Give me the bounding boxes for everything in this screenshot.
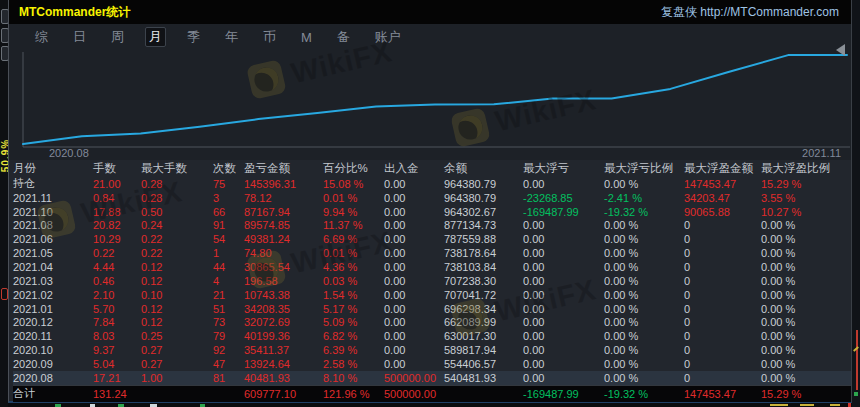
table-cell-max-float-profit-pct: 0.00 % xyxy=(761,275,851,287)
table-cell-max-float-loss-pct: 0.00 % xyxy=(604,358,684,370)
table-cell-max-float-profit: 0 xyxy=(684,261,761,273)
table-cell-month: 2021.05 xyxy=(13,247,93,259)
x-axis-end-label: 2021.11 xyxy=(802,147,841,159)
table-cell-balance: 696298.34 xyxy=(444,303,523,315)
table-row-2020.12[interactable]: 2020.127.840.127332072.695.09 %0.0066208… xyxy=(13,315,851,329)
table-cell-lots: 0.22 xyxy=(93,247,141,259)
table-cell-max-float-loss-pct: 0.00 % xyxy=(604,261,684,273)
column-header-deposit: 出入金 xyxy=(384,161,444,176)
menu-item-zhanghu[interactable]: 账户 xyxy=(371,27,405,47)
table-row-2021.05[interactable]: 2021.050.220.22174.800.01 %0.00738178.64… xyxy=(13,246,851,260)
table-cell-max-lots: 0.28 xyxy=(141,178,213,190)
table-row-2020.11[interactable]: 2020.118.030.257940199.366.82 %0.0063001… xyxy=(13,329,851,343)
menu-item-zhou[interactable]: 周 xyxy=(107,27,128,47)
window-title: MTCommander统计 xyxy=(19,4,130,21)
screen: 50.9% MTCommander统计 复盘侠 http://MTCommand… xyxy=(0,0,860,407)
table-cell-max-float-loss: 0.00 xyxy=(523,247,604,259)
title-bar: MTCommander统计 复盘侠 http://MTCommander.com xyxy=(9,0,851,24)
table-cell-max-float-loss: 0.00 xyxy=(523,344,604,356)
menu-item-bi[interactable]: 币 xyxy=(259,27,280,47)
table-cell-count: 44 xyxy=(213,261,244,273)
table-cell-max-float-profit: 34203.47 xyxy=(684,192,761,204)
table-cell-percent: 6.39 % xyxy=(323,344,384,356)
table-cell-count: 66 xyxy=(213,206,244,218)
table-cell-count: 79 xyxy=(213,330,244,342)
table-cell-deposit: 0.00 xyxy=(384,344,444,356)
table-cell-count: 3 xyxy=(213,192,244,204)
table-row-2021.03[interactable]: 2021.030.460.124196.580.03 %0.00707238.3… xyxy=(13,274,851,288)
table-cell-max-float-loss: 0.00 xyxy=(523,316,604,328)
table-row-2021.04[interactable]: 2021.044.440.124430865.544.36 %0.0073810… xyxy=(13,260,851,274)
chart-scroll-arrow-icon[interactable] xyxy=(836,44,845,56)
table-cell-max-float-loss-pct: 0.00 % xyxy=(604,275,684,287)
table-cell-max-float-profit: 0 xyxy=(684,289,761,301)
table-cell-max-float-loss: -169487.99 xyxy=(523,206,604,218)
table-row-total[interactable]: 合计131.24609777.10121.96 %500000.00-16948… xyxy=(13,385,851,402)
table-cell-max-float-profit-pct: 0.00 % xyxy=(761,289,851,301)
table-cell-max-float-loss-pct: -19.32 % xyxy=(604,388,684,400)
table-cell-max-float-loss-pct: 0.00 % xyxy=(604,289,684,301)
table-cell-max-float-loss: -23268.85 xyxy=(523,192,604,204)
table-cell-pnl: 74.80 xyxy=(244,247,323,259)
table-cell-max-lots: 0.22 xyxy=(141,233,213,245)
table-row-2020.10[interactable]: 2020.109.370.279235411.376.39 %0.0058981… xyxy=(13,343,851,357)
table-cell-lots: 5.04 xyxy=(93,358,141,370)
table-row-2020.09[interactable]: 2020.095.040.274713924.642.58 %0.0055440… xyxy=(13,357,851,371)
table-cell-month: 2021.01 xyxy=(13,303,93,315)
background-fragment xyxy=(830,404,840,406)
table-cell-pnl: 32072.69 xyxy=(244,316,323,328)
table-cell-count: 75 xyxy=(213,178,244,190)
menu-item-zong[interactable]: 综 xyxy=(31,27,52,47)
table-row-2021.02[interactable]: 2021.022.100.102110743.381.54 %0.0070704… xyxy=(13,288,851,302)
table-cell-deposit: 0.00 xyxy=(384,206,444,218)
table-cell-deposit: 0.00 xyxy=(384,233,444,245)
table-row-2021.01[interactable]: 2021.015.700.125134208.355.17 %0.0069629… xyxy=(13,302,851,316)
menu-item-ri[interactable]: 日 xyxy=(69,27,90,47)
table-cell-percent: 1.54 % xyxy=(323,289,384,301)
table-cell-balance: 787559.88 xyxy=(444,233,523,245)
table-cell-percent: 4.36 % xyxy=(323,261,384,273)
table-row-2021.11[interactable]: 2021.110.840.28378.120.01 %0.00964380.79… xyxy=(13,191,851,205)
table-cell-count: 51 xyxy=(213,303,244,315)
table-row-2021.10[interactable]: 2021.1017.880.506687167.949.94 %0.009643… xyxy=(13,205,851,219)
menu-item-ji[interactable]: 季 xyxy=(183,27,204,47)
table-cell-deposit: 500000.00 xyxy=(384,372,444,384)
table-cell-month: 2021.04 xyxy=(13,261,93,273)
table-row-2020.08[interactable]: 2020.0817.211.008140481.938.10 %500000.0… xyxy=(13,371,851,385)
table-cell-max-float-loss-pct: 0.00 % xyxy=(604,178,684,190)
table-cell-max-float-profit-pct: 0.00 % xyxy=(761,247,851,259)
table-cell-max-lots: 0.12 xyxy=(141,316,213,328)
column-header-count: 次数 xyxy=(213,161,244,176)
menu-item-bei[interactable]: 备 xyxy=(333,27,354,47)
column-header-month: 月份 xyxy=(13,161,93,176)
table-cell-max-float-loss-pct: 0.00 % xyxy=(604,330,684,342)
table-cell-lots: 9.37 xyxy=(93,344,141,356)
table-row-持仓[interactable]: 持仓21.000.2875145396.3115.08 %0.00964380.… xyxy=(13,177,851,191)
table-cell-balance: 707238.30 xyxy=(444,275,523,287)
background-fragment xyxy=(848,403,851,407)
table-row-2021.08[interactable]: 2021.0820.820.249189574.8511.37 %0.00877… xyxy=(13,219,851,233)
table-cell-lots: 17.21 xyxy=(93,372,141,384)
table-cell-max-float-loss-pct: 0.00 % xyxy=(604,219,684,231)
table-cell-max-lots: 0.24 xyxy=(141,219,213,231)
table-cell-pnl: 13924.64 xyxy=(244,358,323,370)
equity-chart-svg xyxy=(9,50,853,148)
table-cell-max-lots: 0.28 xyxy=(141,192,213,204)
brand-link[interactable]: 复盘侠 http://MTCommander.com xyxy=(661,4,839,21)
table-cell-month: 持仓 xyxy=(13,176,93,191)
table-cell-month: 2021.03 xyxy=(13,275,93,287)
table-cell-max-lots: 1.00 xyxy=(141,372,213,384)
table-cell-max-float-profit-pct: 0.00 % xyxy=(761,316,851,328)
table-row-2021.06[interactable]: 2021.0610.290.225449381.246.69 %0.007875… xyxy=(13,232,851,246)
table-cell-percent: 5.09 % xyxy=(323,316,384,328)
table-cell-lots: 4.44 xyxy=(93,261,141,273)
table-cell-count: 91 xyxy=(213,219,244,231)
menu-item-m[interactable]: M xyxy=(297,29,316,46)
table-cell-percent: 0.01 % xyxy=(323,192,384,204)
menu-item-nian[interactable]: 年 xyxy=(221,27,242,47)
table-cell-balance: 964302.67 xyxy=(444,206,523,218)
table-header-row: 月份手数最大手数次数盈亏金额百分比%出入金余额最大浮亏最大浮亏比例最大浮盈金额最… xyxy=(13,160,851,177)
menu-item-yue[interactable]: 月 xyxy=(145,27,166,47)
table-cell-max-float-profit-pct: 0.00 % xyxy=(761,303,851,315)
table-cell-max-float-loss-pct: 0.00 % xyxy=(604,233,684,245)
